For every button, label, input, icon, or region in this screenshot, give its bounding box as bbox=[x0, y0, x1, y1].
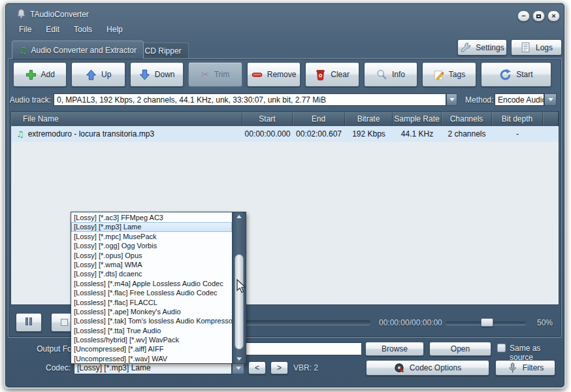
minimize-button[interactable]: − bbox=[517, 10, 530, 22]
start-cell: 00:00:00.000 bbox=[242, 126, 293, 142]
column-header-sample-rate[interactable]: Sample Rate bbox=[393, 112, 442, 126]
codec-option[interactable]: [Lossless] [*.tak] Tom's lossless Audio … bbox=[71, 316, 232, 325]
app-window: TAudioConverter − × File Edit Tools Help… bbox=[4, 2, 566, 389]
audio-track-field[interactable]: 0, MPA1L3, 192 Kbps, 2 channels, 44.1 KH… bbox=[54, 93, 446, 106]
column-header-start[interactable]: Start bbox=[242, 112, 293, 126]
start-label: Start bbox=[516, 70, 532, 79]
same-as-source-checkbox[interactable] bbox=[497, 344, 506, 352]
gauge-icon bbox=[394, 363, 405, 374]
add-button[interactable]: Add bbox=[13, 62, 67, 87]
codec-options-button[interactable]: Codec Options bbox=[366, 360, 489, 376]
tags-label: Tags bbox=[449, 70, 465, 79]
menu-help[interactable]: Help bbox=[101, 24, 129, 35]
log-document-icon bbox=[520, 42, 531, 53]
codec-option[interactable]: [Lossless/hybrid] [*.wv] WavPack bbox=[71, 335, 232, 344]
volume-thumb[interactable] bbox=[481, 318, 493, 327]
column-header-bit-depth[interactable]: Bit depth bbox=[492, 112, 543, 126]
trim-label: Trim bbox=[214, 70, 230, 79]
down-label: Down bbox=[155, 70, 175, 79]
chevron-down-icon bbox=[548, 98, 553, 101]
chevron-down-icon bbox=[236, 367, 241, 370]
codec-option[interactable]: [Lossless] [*.tta] True Audio bbox=[71, 326, 232, 335]
codec-option[interactable]: [Lossless] [*.flac] FLACCL bbox=[71, 298, 232, 307]
file-name: extremoduro - locura transitoria.mp3 bbox=[28, 129, 154, 139]
arrow-up-icon bbox=[86, 69, 97, 80]
remove-button[interactable]: Remove bbox=[247, 62, 301, 87]
column-header-channels[interactable]: Channels bbox=[442, 112, 492, 126]
codec-option[interactable]: [Lossy] [*.ogg] Ogg Vorbis bbox=[71, 241, 232, 250]
playback-time: 00:00:00/00:00:00 bbox=[379, 318, 442, 327]
column-header-bitrate[interactable]: Bitrate bbox=[345, 112, 393, 126]
filters-button[interactable]: Filters bbox=[495, 360, 555, 376]
info-button[interactable]: Info bbox=[364, 62, 417, 87]
tab-label: Audio Converter and Extractor bbox=[31, 46, 137, 55]
codec-option[interactable]: [Lossless] [*.ape] Monkey's Audio bbox=[71, 307, 232, 316]
pause-button[interactable] bbox=[16, 313, 42, 332]
menu-edit[interactable]: Edit bbox=[40, 24, 65, 35]
tags-button[interactable]: Tags bbox=[422, 62, 476, 87]
trash-icon bbox=[315, 69, 326, 80]
codec-label: Codec: bbox=[5, 363, 71, 372]
codec-option[interactable]: [Lossy] [*.opus] Opus bbox=[71, 251, 232, 260]
start-refresh-icon bbox=[499, 69, 512, 81]
codec-option[interactable]: [Lossy] [*.ac3] FFMpeg AC3 bbox=[71, 213, 232, 222]
menu-tools[interactable]: Tools bbox=[68, 24, 98, 35]
pencil-icon bbox=[433, 69, 444, 80]
scissors-icon: ✂ bbox=[201, 70, 210, 80]
codec-option-selected[interactable]: [Lossy] [*.mp3] Lame bbox=[71, 222, 232, 231]
column-header-end[interactable]: End bbox=[293, 112, 345, 126]
browse-button[interactable]: Browse bbox=[365, 342, 424, 356]
volume-percent: 50% bbox=[537, 318, 553, 327]
column-header-file-name[interactable]: File Name bbox=[11, 112, 242, 126]
scrollbar-thumb[interactable] bbox=[235, 254, 244, 350]
codec-option[interactable]: [Lossless] [*.m4a] Apple Lossless Audio … bbox=[71, 279, 232, 288]
open-button[interactable]: Open bbox=[429, 342, 491, 356]
method-field[interactable]: Encode Audio bbox=[495, 93, 544, 106]
up-button[interactable]: Up bbox=[71, 62, 125, 87]
vbr-value: VBR: 2 bbox=[293, 363, 318, 372]
codec-dropdown-list: [Lossy] [*.ac3] FFMpeg AC3 [Lossy] [*.mp… bbox=[71, 212, 246, 364]
arrow-down-icon bbox=[139, 69, 150, 80]
codec-option[interactable]: [Lossy] [*.dts] dcaenc bbox=[71, 269, 232, 278]
menu-bar: File Edit Tools Help bbox=[13, 24, 129, 35]
window-title: TAudioConverter bbox=[30, 10, 89, 19]
close-button[interactable]: × bbox=[547, 10, 560, 22]
scroll-down-button[interactable] bbox=[233, 355, 246, 363]
tab-audio-converter[interactable]: ♫ Audio Converter and Extractor bbox=[12, 41, 144, 59]
sample-rate-cell: 44.1 KHz bbox=[393, 126, 442, 142]
tab-label: CD Ripper bbox=[145, 46, 182, 56]
file-name-cell: ♫ extremoduro - locura transitoria.mp3 bbox=[11, 126, 242, 142]
scroll-up-button[interactable] bbox=[233, 212, 246, 221]
logs-button[interactable]: Logs bbox=[511, 39, 562, 56]
filters-label: Filters bbox=[523, 363, 544, 372]
codec-dropdown-items: [Lossy] [*.ac3] FFMpeg AC3 [Lossy] [*.mp… bbox=[71, 212, 232, 363]
codec-prev-button[interactable]: < bbox=[248, 361, 266, 374]
codec-option[interactable]: [Lossy] [*.wma] WMA bbox=[71, 260, 232, 269]
settings-button[interactable]: Settings bbox=[457, 39, 507, 56]
method-label: Method: bbox=[465, 95, 493, 105]
codec-option[interactable]: [Lossless] [*.flac] Free Lossless Audio … bbox=[71, 288, 232, 297]
table-header: File Name Start End Bitrate Sample Rate … bbox=[11, 112, 559, 126]
bitrate-cell: 192 Kbps bbox=[345, 126, 393, 142]
pause-icon bbox=[25, 318, 33, 327]
codec-option[interactable]: [Uncompressed] [*.aiff] AIFF bbox=[71, 344, 232, 353]
audio-track-label: Audio track: bbox=[9, 95, 51, 105]
codec-next-button[interactable]: > bbox=[270, 361, 288, 374]
maximize-button[interactable] bbox=[532, 10, 545, 22]
table-row[interactable]: ♫ extremoduro - locura transitoria.mp3 0… bbox=[11, 126, 559, 142]
method-dropdown-button[interactable] bbox=[544, 93, 557, 106]
bit-depth-cell: - bbox=[492, 126, 543, 142]
toolbar: Add Up Down ✂ Trim Remove bbox=[13, 62, 551, 87]
codec-option[interactable]: [Lossy] [*.mpc] MusePack bbox=[71, 232, 232, 241]
codec-option[interactable]: [Uncompressed] [*.wav] WAV bbox=[71, 354, 232, 363]
down-button[interactable]: Down bbox=[130, 62, 184, 87]
minus-icon bbox=[252, 69, 263, 80]
audio-track-dropdown-button[interactable] bbox=[446, 93, 457, 106]
music-note-icon: ♫ bbox=[19, 46, 27, 55]
menu-file[interactable]: File bbox=[13, 24, 37, 35]
clear-button[interactable]: Clear bbox=[305, 62, 359, 87]
bell-icon bbox=[16, 8, 26, 19]
triangle-down-icon bbox=[237, 357, 242, 361]
filler-cell bbox=[543, 126, 559, 142]
start-button[interactable]: Start bbox=[481, 62, 551, 87]
